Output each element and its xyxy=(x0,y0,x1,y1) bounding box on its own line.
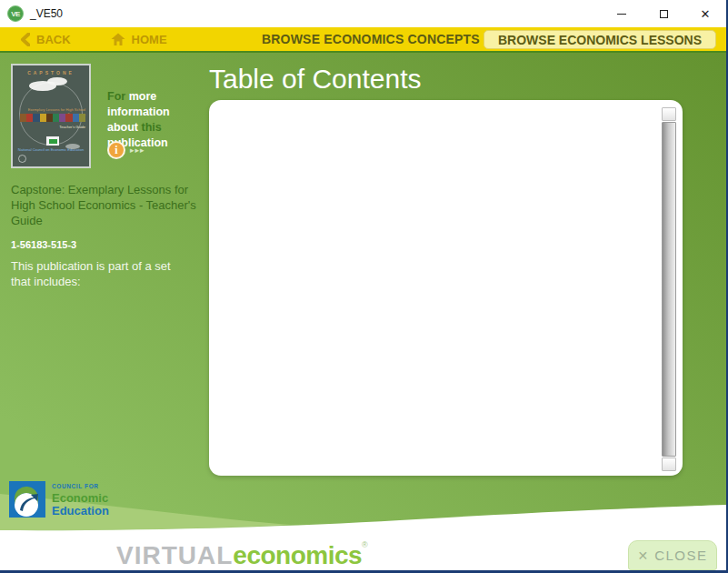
council-logo-icon xyxy=(9,481,45,518)
home-label: HOME xyxy=(132,33,167,46)
book-cover-edition: Teacher's Guide xyxy=(59,125,85,129)
minimize-button[interactable] xyxy=(601,0,643,27)
close-x-icon: ✕ xyxy=(637,548,648,563)
home-button[interactable]: HOME xyxy=(111,33,167,46)
scrollbar-thumb[interactable] xyxy=(662,122,676,457)
app-window: VE _VE50 ✕ BACK HOME BROWSE ECONOMICS CO… xyxy=(0,0,728,573)
cloud-graphic xyxy=(65,144,80,149)
table-of-contents-panel xyxy=(209,100,683,476)
maximize-icon xyxy=(660,10,668,18)
maximize-button[interactable] xyxy=(643,0,684,27)
home-icon xyxy=(111,33,125,46)
info-icon[interactable]: i xyxy=(107,141,125,159)
council-line1: COUNCIL FOR xyxy=(52,484,109,490)
content-area: CAPSTONE Exemplary Lessons for High Scho… xyxy=(0,53,726,570)
info-word: For xyxy=(107,90,125,103)
scroll-down-button[interactable] xyxy=(662,457,676,471)
registered-mark: ® xyxy=(362,540,367,549)
browse-lessons-button[interactable]: BROWSE ECONOMICS LESSONS xyxy=(484,30,716,49)
titlebar: VE _VE50 ✕ xyxy=(0,0,726,27)
publisher-logo-box xyxy=(46,136,59,146)
window-controls: ✕ xyxy=(601,0,726,27)
info-word: this xyxy=(142,121,162,134)
info-word: more xyxy=(129,90,157,103)
close-window-button[interactable]: ✕ xyxy=(684,0,726,27)
council-line3: Education xyxy=(52,505,109,517)
chevron-left-icon xyxy=(20,33,30,46)
brand-economics: economics xyxy=(233,541,362,569)
seal-graphic xyxy=(18,155,26,163)
council-line2: Economic xyxy=(52,492,109,504)
back-label: BACK xyxy=(36,33,71,46)
book-cover-image: CAPSTONE Exemplary Lessons for High Scho… xyxy=(11,64,91,168)
nav-toolbar: BACK HOME BROWSE ECONOMICS CONCEPTS BROW… xyxy=(0,27,726,51)
more-info-button[interactable]: i ▸▸▸ xyxy=(107,141,145,159)
scrollbar xyxy=(662,107,676,471)
info-word: information xyxy=(107,106,170,118)
cover-photo-strip xyxy=(20,114,85,122)
council-logo-text: COUNCIL FOR Economic Education xyxy=(52,484,109,517)
publication-title: Capstone: Exemplary Lessons for High Sch… xyxy=(11,182,200,228)
window-title: _VE50 xyxy=(30,7,63,20)
scroll-up-button[interactable] xyxy=(662,107,676,121)
brand-virtual: VIRTUAL xyxy=(116,541,233,569)
book-cover-title: CAPSTONE xyxy=(13,70,89,75)
arrows-icon: ▸▸▸ xyxy=(130,146,145,155)
isbn-number: 1-56183-515-3 xyxy=(11,239,76,250)
back-button[interactable]: BACK xyxy=(20,33,71,46)
close-window-icon: ✕ xyxy=(701,8,711,20)
virtual-economics-logo: VIRTUALeconomics® xyxy=(116,540,367,570)
browse-concepts-button[interactable]: BROWSE ECONOMICS CONCEPTS xyxy=(262,27,480,51)
page-title: Table of Contents xyxy=(209,64,421,95)
info-word: about xyxy=(107,121,138,134)
close-button[interactable]: ✕ CLOSE xyxy=(628,540,717,570)
app-icon: VE xyxy=(7,5,24,22)
minimize-icon xyxy=(617,14,626,15)
publication-set-note: This publication is part of a set that i… xyxy=(11,258,193,289)
close-label: CLOSE xyxy=(654,548,707,563)
